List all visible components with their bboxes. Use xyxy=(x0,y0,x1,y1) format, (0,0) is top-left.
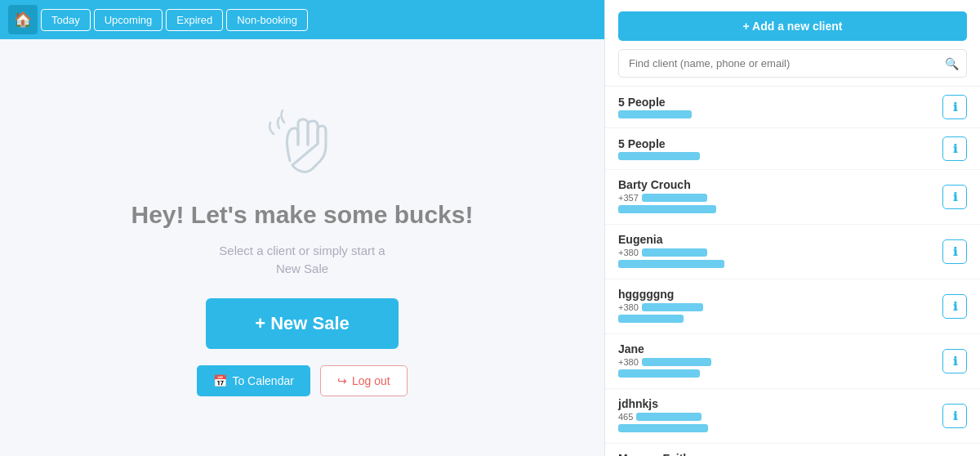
client-info: 5 People xyxy=(618,96,934,118)
logout-button[interactable]: ↪ Log out xyxy=(320,365,408,396)
list-item[interactable]: Barty Crouch +357 ℹ xyxy=(605,170,980,225)
client-info-button[interactable]: ℹ xyxy=(942,404,967,428)
add-client-button[interactable]: + Add a new client xyxy=(618,11,967,41)
client-info: Jane +380 xyxy=(618,342,934,380)
search-wrapper: 🔍 xyxy=(618,49,967,78)
headline: Hey! Let's make some bucks! xyxy=(131,201,474,229)
client-name: Barty Crouch xyxy=(618,178,934,191)
search-input[interactable] xyxy=(618,49,967,78)
client-info-button[interactable]: ℹ xyxy=(942,185,967,209)
client-name: Morgan Faith xyxy=(618,452,934,456)
client-name: jdhnkjs xyxy=(618,397,934,410)
tab-expired[interactable]: Expired xyxy=(166,9,223,31)
client-info: jdhnkjs 465 xyxy=(618,397,934,435)
main-content: Hey! Let's make some bucks! Select a cli… xyxy=(0,39,604,456)
subline: Select a client or simply start a New Sa… xyxy=(219,242,385,279)
calendar-icon: 📅 xyxy=(213,374,227,387)
client-name: Eugenia xyxy=(618,233,934,246)
tab-non-booking[interactable]: Non-booking xyxy=(226,9,308,31)
search-icon: 🔍 xyxy=(945,57,959,70)
client-info: Morgan Faith +95 xyxy=(618,452,934,456)
list-item[interactable]: 5 People ℹ xyxy=(605,87,980,128)
calendar-button[interactable]: 📅 To Calendar xyxy=(197,365,310,396)
client-info-button[interactable]: ℹ xyxy=(942,95,967,119)
left-panel: 🏠 Today Upcoming Expired Non-booking Hey… xyxy=(0,0,604,456)
list-item[interactable]: Morgan Faith +95 ℹ xyxy=(605,444,980,456)
bottom-buttons: 📅 To Calendar ↪ Log out xyxy=(197,365,407,396)
client-list: 5 People ℹ 5 People ℹ Barty Crouch +357 … xyxy=(605,87,980,456)
tab-today[interactable]: Today xyxy=(41,9,91,31)
client-name: 5 People xyxy=(618,137,934,150)
client-detail xyxy=(618,152,934,160)
client-info: hgggggng +380 xyxy=(618,288,934,325)
client-detail: +380 xyxy=(618,357,934,380)
client-info: 5 People xyxy=(618,137,934,160)
client-detail: +380 xyxy=(618,302,934,325)
right-header: + Add a new client 🔍 xyxy=(605,0,980,87)
home-icon: 🏠 xyxy=(14,11,32,29)
new-sale-button[interactable]: + New Sale xyxy=(206,298,399,349)
client-detail: +380 xyxy=(618,248,934,270)
client-name: Jane xyxy=(618,342,934,355)
client-info: Eugenia +380 xyxy=(618,233,934,270)
client-detail: 465 xyxy=(618,412,934,435)
client-info: Barty Crouch +357 xyxy=(618,178,934,216)
home-button[interactable]: 🏠 xyxy=(8,5,38,34)
client-info-button[interactable]: ℹ xyxy=(942,136,967,161)
list-item[interactable]: 5 People ℹ xyxy=(605,128,980,170)
right-panel: + Add a new client 🔍 5 People ℹ 5 People… xyxy=(604,0,980,456)
list-item[interactable]: hgggggng +380 ℹ xyxy=(605,279,980,334)
client-name: 5 People xyxy=(618,96,934,109)
logout-icon: ↪ xyxy=(337,374,347,387)
wave-illustration xyxy=(261,100,343,181)
client-info-button[interactable]: ℹ xyxy=(942,294,967,319)
client-info-button[interactable]: ℹ xyxy=(942,239,967,264)
list-item[interactable]: Eugenia +380 ℹ xyxy=(605,225,980,279)
list-item[interactable]: jdhnkjs 465 ℹ xyxy=(605,389,980,444)
client-name: hgggggng xyxy=(618,288,934,301)
client-info-button[interactable]: ℹ xyxy=(942,349,967,373)
tab-upcoming[interactable]: Upcoming xyxy=(94,9,163,31)
client-detail xyxy=(618,110,934,118)
client-detail: +357 xyxy=(618,193,934,216)
top-nav: 🏠 Today Upcoming Expired Non-booking xyxy=(0,0,604,39)
list-item[interactable]: Jane +380 ℹ xyxy=(605,334,980,389)
